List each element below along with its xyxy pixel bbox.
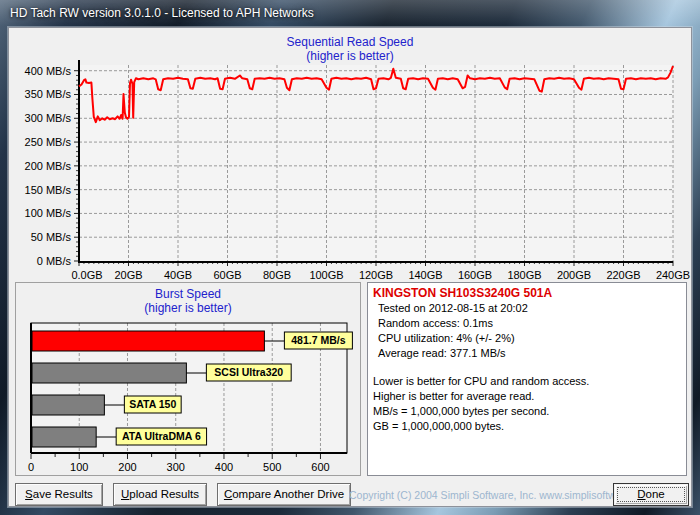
svg-text:140GB: 140GB	[408, 269, 442, 281]
compare-another-drive-button[interactable]: Compare Another Drive	[217, 483, 351, 506]
note-gb-definition: GB = 1,000,000,000 bytes.	[373, 419, 681, 434]
note-higher-better: Higher is better for average read.	[373, 389, 681, 404]
svg-text:50 MB/s: 50 MB/s	[31, 231, 72, 243]
svg-text:0 MB/s: 0 MB/s	[37, 255, 72, 267]
cpu-utilization-line: CPU utilization: 4% (+/- 2%)	[373, 331, 681, 346]
tested-on-line: Tested on 2012-08-15 at 20:02	[373, 301, 681, 316]
note-lower-better: Lower is better for CPU and random acces…	[373, 374, 681, 389]
done-button[interactable]: Done	[613, 483, 689, 506]
svg-text:200GB: 200GB	[557, 269, 591, 281]
svg-text:481.7 MB/s: 481.7 MB/s	[291, 334, 345, 346]
svg-text:400: 400	[215, 461, 233, 473]
svg-text:100 MB/s: 100 MB/s	[25, 207, 72, 219]
svg-text:80GB: 80GB	[263, 269, 291, 281]
upload-results-button[interactable]: Upload Results	[113, 483, 207, 506]
svg-text:160GB: 160GB	[458, 269, 492, 281]
svg-text:40GB: 40GB	[164, 269, 192, 281]
app-window: HD Tach RW version 3.0.1.0 - Licensed to…	[0, 0, 700, 515]
random-access-line: Random access: 0.1ms	[373, 316, 681, 331]
svg-text:250 MB/s: 250 MB/s	[25, 136, 72, 148]
svg-text:400 MB/s: 400 MB/s	[25, 65, 72, 77]
note-mbs-definition: MB/s = 1,000,000 bytes per second.	[373, 404, 681, 419]
svg-text:100: 100	[70, 461, 88, 473]
burst-speed-panel: Burst Speed (higher is better) 481.7 MB/…	[15, 282, 361, 476]
svg-text:0.0GB: 0.0GB	[71, 269, 102, 281]
client-area: Sequential Read Speed (higher is better)…	[8, 27, 692, 507]
svg-text:120GB: 120GB	[359, 269, 393, 281]
svg-text:240GB: 240GB	[656, 269, 690, 281]
save-results-button[interactable]: Save Results	[15, 483, 103, 506]
average-read-line: Average read: 377.1 MB/s	[373, 346, 681, 361]
svg-text:SCSI Ultra320: SCSI Ultra320	[214, 366, 283, 378]
svg-text:200: 200	[118, 461, 136, 473]
svg-text:200 MB/s: 200 MB/s	[25, 160, 72, 172]
svg-text:0: 0	[28, 461, 34, 473]
burst-chart-title: Burst Speed	[16, 288, 360, 301]
svg-text:100GB: 100GB	[309, 269, 343, 281]
svg-text:ATA UltraDMA 6: ATA UltraDMA 6	[122, 430, 201, 442]
sequential-chart-title: Sequential Read Speed	[9, 36, 691, 49]
svg-text:60GB: 60GB	[213, 269, 241, 281]
svg-text:20GB: 20GB	[114, 269, 142, 281]
drive-name: KINGSTON SH103S3240G 501A	[373, 286, 681, 301]
svg-text:220GB: 220GB	[606, 269, 640, 281]
svg-text:180GB: 180GB	[507, 269, 541, 281]
svg-text:SATA 150: SATA 150	[129, 398, 176, 410]
svg-text:600: 600	[311, 461, 329, 473]
svg-text:150 MB/s: 150 MB/s	[25, 184, 72, 196]
window-title: HD Tach RW version 3.0.1.0 - Licensed to…	[10, 6, 314, 20]
burst-speed-chart: 481.7 MB/sSCSI Ultra320SATA 150ATA Ultra…	[16, 317, 360, 475]
drive-info-panel: KINGSTON SH103S3240G 501A Tested on 2012…	[367, 282, 687, 476]
svg-text:350 MB/s: 350 MB/s	[25, 88, 72, 100]
svg-text:500: 500	[263, 461, 281, 473]
svg-text:300 MB/s: 300 MB/s	[25, 112, 72, 124]
burst-chart-subtitle: (higher is better)	[16, 302, 360, 315]
copyright-text: Copyright (C) 2004 Simpli Software, Inc.…	[349, 489, 654, 501]
svg-text:300: 300	[167, 461, 185, 473]
sequential-read-chart: 0 MB/s50 MB/s100 MB/s150 MB/s200 MB/s250…	[9, 58, 693, 284]
